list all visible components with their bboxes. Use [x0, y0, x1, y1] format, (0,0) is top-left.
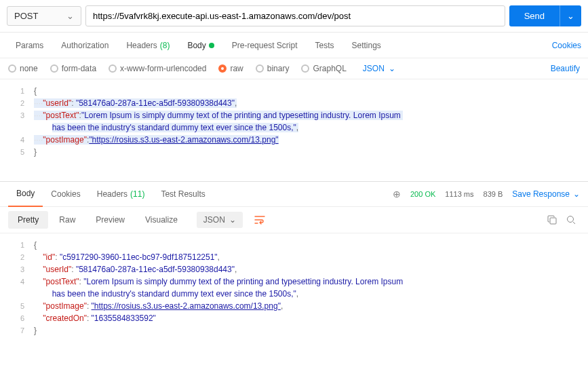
chevron-down-icon: ⌄: [567, 11, 574, 21]
chevron-down-icon: ⌄: [229, 215, 236, 225]
cookies-link[interactable]: Cookies: [552, 41, 581, 50]
radio-icon: [109, 64, 117, 73]
radio-icon: [301, 64, 309, 73]
wrap-lines-button[interactable]: [251, 212, 269, 228]
send-dropdown-button[interactable]: ⌄: [560, 5, 581, 26]
response-tab-headers[interactable]: Headers (11): [89, 182, 153, 206]
response-tab-testresults[interactable]: Test Results: [153, 182, 213, 206]
tab-prerequest[interactable]: Pre-request Script: [223, 34, 307, 57]
body-xform-radio[interactable]: x-www-form-urlencoded: [109, 64, 206, 73]
beautify-link[interactable]: Beautify: [551, 64, 580, 73]
send-button[interactable]: Send: [509, 5, 560, 26]
radio-icon: [218, 64, 227, 73]
response-headers-count: (11): [130, 189, 144, 199]
status-code: 200 OK: [410, 190, 435, 198]
save-response-dropdown[interactable]: Save Response ⌄: [512, 189, 580, 199]
view-preview[interactable]: Preview: [86, 211, 134, 229]
tab-tests[interactable]: Tests: [306, 34, 342, 57]
body-language-dropdown[interactable]: JSON ⌄: [363, 64, 395, 73]
modified-dot-icon: [209, 43, 214, 48]
response-language-dropdown[interactable]: JSON ⌄: [197, 212, 243, 228]
view-raw[interactable]: Raw: [50, 211, 85, 229]
body-graphql-radio[interactable]: GraphQL: [301, 64, 346, 73]
body-binary-radio[interactable]: binary: [256, 64, 290, 73]
radio-icon: [256, 64, 264, 73]
radio-icon: [8, 64, 16, 73]
body-none-radio[interactable]: none: [8, 64, 38, 73]
response-time: 1113 ms: [445, 190, 473, 198]
svg-point-1: [568, 216, 574, 223]
view-pretty[interactable]: Pretty: [8, 211, 48, 229]
svg-rect-0: [550, 218, 556, 224]
copy-button[interactable]: [543, 211, 561, 229]
tab-params[interactable]: Params: [7, 34, 52, 57]
tab-headers[interactable]: Headers (8): [117, 34, 178, 57]
response-size: 839 B: [484, 190, 503, 198]
chevron-down-icon: ⌄: [389, 64, 395, 73]
tab-authorization[interactable]: Authorization: [52, 34, 117, 57]
method-value: POST: [14, 11, 38, 21]
headers-count-badge: (8): [160, 41, 170, 50]
response-tab-body[interactable]: Body: [8, 181, 43, 207]
search-icon: [566, 215, 576, 225]
request-body-editor[interactable]: 1{ 2····"userId": "581476a0-287a-11ec-a5…: [0, 79, 588, 181]
body-formdata-radio[interactable]: form-data: [50, 64, 96, 73]
wrap-icon: [254, 215, 265, 225]
radio-icon: [50, 64, 58, 73]
response-body-viewer[interactable]: 1{ 2 "id": "c5917290-3960-11ec-bc97-9df1…: [0, 233, 588, 342]
view-visualize[interactable]: Visualize: [136, 211, 187, 229]
search-button[interactable]: [562, 211, 580, 229]
body-raw-radio[interactable]: raw: [218, 64, 243, 73]
copy-icon: [547, 215, 557, 225]
network-icon[interactable]: ⊕: [393, 189, 401, 200]
chevron-down-icon: ⌄: [66, 11, 74, 21]
chevron-down-icon: ⌄: [573, 189, 580, 199]
method-dropdown[interactable]: POST ⌄: [7, 6, 81, 26]
tab-settings[interactable]: Settings: [343, 34, 390, 57]
response-tab-cookies[interactable]: Cookies: [43, 182, 88, 206]
url-input[interactable]: [85, 5, 505, 26]
tab-body[interactable]: Body: [178, 34, 222, 57]
